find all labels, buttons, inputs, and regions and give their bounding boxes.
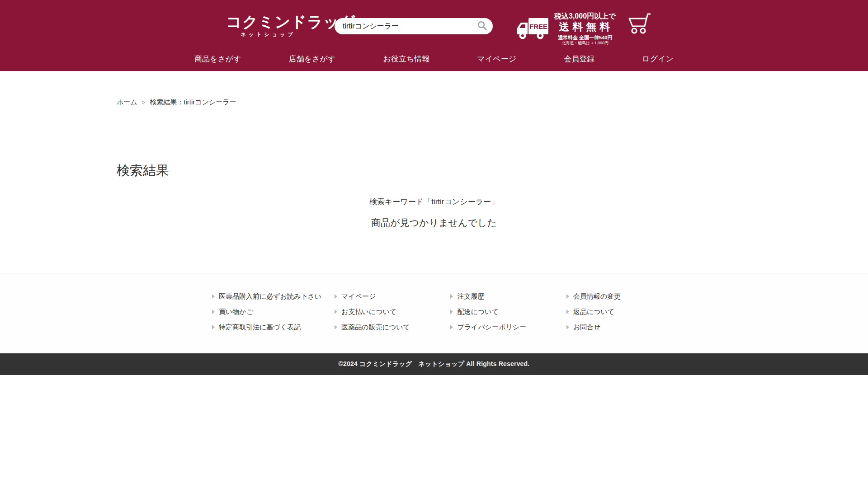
triangle-icon — [450, 294, 453, 299]
shipping-free-label: 送料無料 — [556, 20, 616, 33]
footer-link-delivery[interactable]: 配送について — [450, 307, 553, 317]
shipping-threshold: 税込3,000円以上で — [554, 12, 616, 20]
footer-link-drug-notice[interactable]: 医薬品購入前に必ずお読み下さい — [212, 291, 321, 301]
main-nav: 商品をさがす 店舗をさがす お役立ち情報 マイページ 会員登録 ログイン — [0, 47, 868, 71]
footer-link-privacy[interactable]: プライバシーポリシー — [450, 322, 553, 332]
footer-column-2: マイページ お支払いについて 医薬品の販売について — [321, 291, 437, 332]
site-header: コクミンドラッグ ネットショップ — [0, 0, 868, 71]
triangle-icon — [212, 310, 215, 314]
triangle-icon — [450, 325, 453, 329]
footer-column-1: 医薬品購入前に必ずお読み下さい 買い物かご 特定商取引法に基づく表記 — [199, 291, 321, 332]
copyright-bar: ©2024 コクミンドラッグ ネットショップ All Rights Reserv… — [0, 353, 868, 375]
footer-link-mypage[interactable]: マイページ — [335, 291, 437, 301]
search-box — [335, 18, 493, 34]
footer-link-drug-sales[interactable]: 医薬品の販売について — [335, 322, 437, 332]
cart-icon — [627, 29, 651, 36]
search-input[interactable] — [343, 22, 477, 30]
footer: 医薬品購入前に必ずお読み下さい 買い物かご 特定商取引法に基づく表記 マイページ… — [0, 273, 868, 353]
nav-item-stores[interactable]: 店舗をさがす — [289, 54, 336, 64]
shipping-normal-fee: 通常料金 全国一律540円 — [554, 34, 616, 41]
footer-link-cart[interactable]: 買い物かご — [212, 307, 321, 317]
footer-link-order-history[interactable]: 注文履歴 — [450, 291, 553, 301]
delivery-truck-icon: FREE — [516, 17, 550, 42]
logo-subtitle: ネットショップ — [226, 31, 307, 38]
free-shipping-banner: FREE 税込3,000円以上で 送料無料 通常料金 全国一律540円 北海道・… — [516, 12, 616, 46]
footer-link-contact[interactable]: お問合せ — [566, 322, 669, 332]
triangle-icon — [335, 310, 337, 314]
shipping-text: 税込3,000円以上で 送料無料 通常料金 全国一律540円 北海道・離島は＋1… — [554, 12, 616, 46]
triangle-icon — [335, 325, 337, 329]
no-results-message: 商品が見つかりませんでした — [0, 216, 868, 230]
magnifier-icon — [477, 20, 487, 32]
footer-column-4: 会員情報の変更 返品について お問合せ — [553, 291, 669, 332]
nav-item-login[interactable]: ログイン — [642, 54, 674, 64]
nav-item-products[interactable]: 商品をさがす — [194, 54, 241, 64]
footer-link-legal[interactable]: 特定商取引法に基づく表記 — [212, 322, 321, 332]
footer-link-returns[interactable]: 返品について — [566, 307, 669, 317]
breadcrumb-home[interactable]: ホーム — [117, 98, 137, 107]
triangle-icon — [335, 294, 337, 299]
breadcrumb-current: 検索結果：tirtirコンシーラー — [150, 98, 236, 107]
search-button[interactable] — [477, 20, 487, 32]
nav-item-register[interactable]: 会員登録 — [564, 54, 594, 64]
cart-button[interactable] — [627, 13, 651, 36]
footer-link-member-info[interactable]: 会員情報の変更 — [566, 291, 669, 301]
breadcrumb: ホーム > 検索結果：tirtirコンシーラー — [117, 98, 868, 107]
breadcrumb-separator: > — [142, 99, 146, 106]
nav-item-mypage[interactable]: マイページ — [477, 54, 516, 64]
page: コクミンドラッグ ネットショップ — [0, 0, 868, 488]
search-keyword-line: 検索キーワード「tirtirコンシーラー」 — [0, 196, 868, 208]
site-logo[interactable]: コクミンドラッグ ネットショップ — [226, 14, 307, 38]
triangle-icon — [566, 294, 569, 299]
copyright-text: ©2024 コクミンドラッグ ネットショップ All Rights Reserv… — [339, 360, 530, 368]
nav-item-tips[interactable]: お役立ち情報 — [383, 54, 430, 64]
shipping-remote-note: 北海道・離島は＋1,000円 — [554, 41, 616, 46]
triangle-icon — [212, 294, 215, 299]
triangle-icon — [212, 325, 215, 329]
page-title: 検索結果 — [117, 161, 868, 180]
logo-title: コクミンドラッグ — [226, 14, 307, 30]
footer-link-payment[interactable]: お支払いについて — [335, 307, 437, 317]
footer-column-3: 注文履歴 配送について プライバシーポリシー — [437, 291, 553, 332]
triangle-icon — [566, 310, 569, 314]
main-content: 検索結果 検索キーワード「tirtirコンシーラー」 商品が見つかりませんでした — [0, 161, 868, 230]
triangle-icon — [450, 310, 453, 314]
free-badge: FREE — [529, 23, 547, 30]
triangle-icon — [566, 325, 569, 329]
header-top: コクミンドラッグ ネットショップ — [0, 0, 868, 47]
